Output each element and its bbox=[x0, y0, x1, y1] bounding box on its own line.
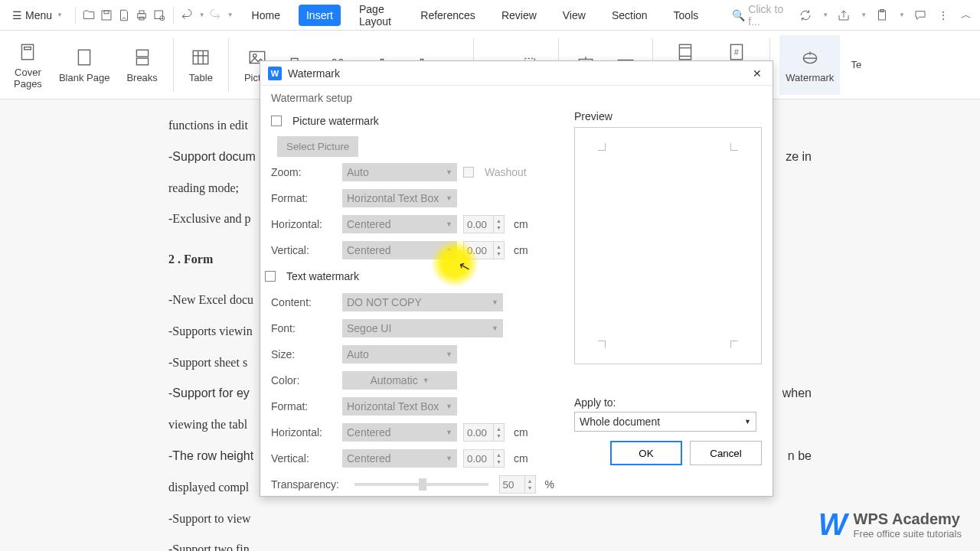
open-icon[interactable] bbox=[82, 8, 96, 23]
tab-page-layout[interactable]: Page Layout bbox=[351, 0, 402, 32]
unit-cm: cm bbox=[514, 218, 528, 230]
color-select[interactable]: Automatic▼ bbox=[342, 371, 457, 390]
content-select[interactable]: DO NOT COPY▼ bbox=[342, 293, 503, 311]
quick-access-toolbar: ☰ Menu ▼ ▼ ▼ Home Insert Page Layout Ref… bbox=[0, 0, 980, 31]
svg-point-6 bbox=[160, 15, 165, 20]
washout-label: Washout bbox=[485, 166, 527, 178]
export-pdf-icon[interactable] bbox=[117, 8, 132, 23]
save-icon[interactable] bbox=[100, 8, 114, 23]
blank-page-label: Blank Page bbox=[59, 72, 110, 83]
comment-icon[interactable] bbox=[913, 8, 928, 23]
tab-tools[interactable]: Tools bbox=[666, 5, 707, 26]
text-watermark-label: Text watermark bbox=[286, 270, 359, 282]
unit-cm: cm bbox=[514, 244, 528, 256]
tab-review[interactable]: Review bbox=[494, 5, 544, 26]
chevron-down-icon: ▼ bbox=[57, 11, 63, 18]
print-preview-icon[interactable] bbox=[152, 8, 167, 23]
breaks-label: Breaks bbox=[126, 72, 157, 83]
collapse-ribbon-icon[interactable]: ︿ bbox=[959, 8, 974, 23]
search-placeholder: Click to f... bbox=[748, 3, 795, 28]
svg-point-19 bbox=[253, 54, 256, 57]
svg-rect-10 bbox=[24, 47, 31, 49]
apply-to-label: Apply to: bbox=[574, 396, 762, 409]
close-icon[interactable]: ✕ bbox=[750, 66, 765, 81]
text-label: Te bbox=[851, 59, 861, 70]
search-box[interactable]: 🔍 Click to f... bbox=[732, 3, 795, 28]
text-watermark-checkbox[interactable] bbox=[265, 271, 276, 282]
color-label: Color: bbox=[271, 374, 336, 386]
tab-section[interactable]: Section bbox=[604, 5, 655, 26]
size-label: Size: bbox=[271, 348, 336, 360]
unit-cm: cm bbox=[514, 452, 528, 465]
svg-rect-0 bbox=[102, 11, 111, 20]
size-select[interactable]: Auto▼ bbox=[342, 345, 457, 364]
vertical-select[interactable]: Centered▼ bbox=[342, 241, 457, 259]
vertical-spinner[interactable]: ▲▼ bbox=[463, 241, 505, 259]
separator bbox=[173, 7, 174, 24]
tab-view[interactable]: View bbox=[555, 5, 593, 26]
logo-brand: WPS Academy bbox=[854, 510, 962, 528]
clipboard-icon[interactable] bbox=[874, 8, 890, 23]
transparency-label: Transparency: bbox=[271, 478, 344, 491]
horizontal-label: Horizontal: bbox=[271, 218, 336, 230]
cancel-button[interactable]: Cancel bbox=[690, 441, 762, 465]
redo-icon[interactable] bbox=[208, 8, 223, 23]
tab-home[interactable]: Home bbox=[244, 5, 288, 26]
cover-pages-icon bbox=[16, 41, 39, 64]
picture-watermark-checkbox[interactable] bbox=[271, 116, 282, 126]
doc-line: -Support two fin bbox=[168, 539, 812, 551]
redo-dropdown[interactable]: ▼ bbox=[227, 11, 234, 18]
tab-references[interactable]: References bbox=[413, 5, 483, 26]
svg-rect-5 bbox=[155, 11, 163, 19]
more-icon[interactable]: ⋮ bbox=[936, 8, 951, 23]
watermark-icon bbox=[799, 46, 822, 69]
watermark-button[interactable]: Watermark bbox=[779, 35, 840, 95]
horizontal2-spinner[interactable]: ▲▼ bbox=[463, 423, 505, 442]
transparency-slider[interactable] bbox=[354, 483, 488, 486]
content-label: Content: bbox=[271, 296, 336, 308]
breaks-button[interactable]: Breaks bbox=[120, 35, 163, 95]
zoom-label: Zoom: bbox=[271, 166, 336, 178]
chevron-down-icon[interactable]: ▼ bbox=[822, 11, 828, 18]
svg-rect-3 bbox=[139, 11, 144, 14]
transparency-spinner[interactable]: ▲▼ bbox=[499, 475, 536, 494]
horizontal2-select[interactable]: Centered▼ bbox=[342, 423, 457, 442]
search-icon: 🔍 bbox=[732, 9, 745, 21]
menu-button[interactable]: ☰ Menu ▼ bbox=[6, 6, 69, 24]
font-select[interactable]: Segoe UI▼ bbox=[342, 319, 503, 337]
table-label: Table bbox=[189, 72, 213, 83]
svg-rect-13 bbox=[136, 58, 148, 65]
print-icon[interactable] bbox=[135, 8, 149, 23]
vertical2-spinner[interactable]: ▲▼ bbox=[463, 449, 505, 468]
watermark-label: Watermark bbox=[786, 72, 834, 83]
zoom-select[interactable]: Auto▼ bbox=[342, 163, 457, 181]
section-label: Watermark setup bbox=[271, 92, 762, 104]
format-select[interactable]: Horizontal Text Box▼ bbox=[342, 189, 457, 207]
app-icon: W bbox=[268, 67, 282, 80]
undo-dropdown[interactable]: ▼ bbox=[199, 11, 205, 18]
preview-box bbox=[574, 127, 762, 364]
format2-select[interactable]: Horizontal Text Box▼ bbox=[342, 397, 457, 416]
vertical2-select[interactable]: Centered▼ bbox=[342, 449, 457, 468]
blank-page-button[interactable]: Blank Page bbox=[53, 35, 116, 95]
text-button-partial[interactable]: Te bbox=[844, 35, 867, 95]
horizontal-select[interactable]: Centered▼ bbox=[342, 215, 457, 233]
separator bbox=[173, 38, 174, 92]
apply-to-select[interactable]: Whole document▼ bbox=[574, 412, 756, 432]
menu-label: Menu bbox=[25, 9, 52, 21]
chevron-down-icon[interactable]: ▼ bbox=[899, 11, 905, 18]
share-icon[interactable] bbox=[836, 8, 851, 23]
select-picture-button[interactable]: Select Picture bbox=[277, 136, 358, 157]
tab-insert[interactable]: Insert bbox=[299, 5, 341, 26]
washout-checkbox[interactable] bbox=[463, 167, 474, 178]
undo-icon[interactable] bbox=[180, 8, 194, 23]
chevron-down-icon[interactable]: ▼ bbox=[861, 11, 867, 18]
horizontal2-label: Horizontal: bbox=[271, 426, 336, 439]
cover-pages-label: Cover Pages bbox=[14, 67, 42, 90]
breaks-icon bbox=[131, 46, 154, 69]
cover-pages-button[interactable]: Cover Pages bbox=[8, 35, 48, 95]
sync-icon[interactable] bbox=[798, 8, 813, 23]
ok-button[interactable]: OK bbox=[610, 441, 682, 465]
horizontal-spinner[interactable]: ▲▼ bbox=[463, 215, 505, 233]
table-button[interactable]: Table bbox=[183, 35, 219, 95]
